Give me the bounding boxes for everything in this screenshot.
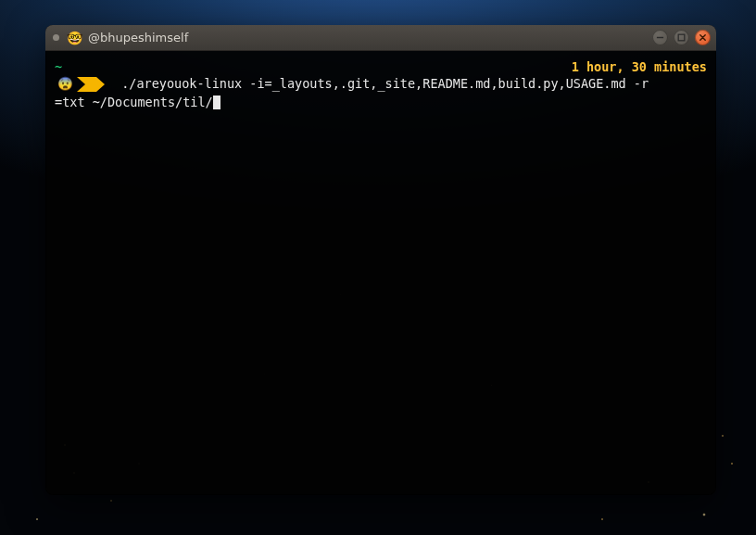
svg-rect-1: [678, 34, 685, 41]
close-button[interactable]: [695, 30, 711, 45]
window-title: 🤓 @bhupeshimself: [67, 31, 652, 45]
terminal-window: 🤓 @bhupeshimself ~ 1 hour, 30 minutes: [45, 25, 716, 495]
command-text-wrap: ./areyouok-linux -i=_layouts,.git,_site,…: [114, 75, 707, 92]
terminal-prompt-line: 😨 ./areyouok-linux -i=_layouts,.git,_sit…: [55, 75, 707, 94]
prompt-emoji-icon: 😨: [55, 75, 75, 92]
svg-rect-0: [657, 37, 663, 38]
window-titlebar[interactable]: 🤓 @bhupeshimself: [45, 25, 716, 51]
uptime-display: 1 hour, 30 minutes: [572, 58, 707, 75]
terminal-viewport[interactable]: ~ 1 hour, 30 minutes 😨 ./areyouok-linux …: [45, 51, 716, 495]
terminal-cursor: [213, 96, 220, 109]
nerd-face-icon: 🤓: [67, 32, 82, 45]
maximize-button[interactable]: [674, 30, 689, 45]
minimize-icon: [656, 33, 664, 42]
terminal-status-line: ~ 1 hour, 30 minutes: [55, 58, 707, 75]
cwd-indicator: ~: [55, 58, 62, 75]
svg-marker-2: [77, 77, 105, 92]
window-menu-dot: [53, 34, 59, 41]
window-controls: [652, 30, 711, 45]
minimize-button[interactable]: [652, 30, 668, 45]
close-icon: [699, 33, 707, 42]
command-text-line1: ./areyouok-linux -i=_layouts,.git,_site,…: [114, 76, 649, 91]
prompt-arrow-icon: [77, 77, 108, 96]
maximize-icon: [677, 33, 686, 42]
window-title-text: @bhupeshimself: [88, 31, 188, 45]
command-text-line2: =txt ~/Documents/til/: [55, 95, 213, 109]
command-continuation: =txt ~/Documents/til/: [55, 94, 707, 110]
